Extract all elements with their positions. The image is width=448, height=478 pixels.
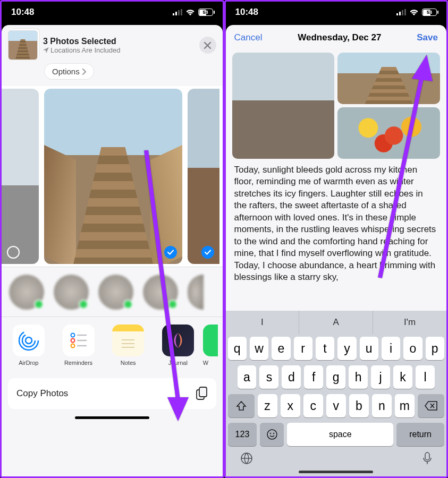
copy-icon xyxy=(196,387,208,400)
key-row-2: asdfghjkl xyxy=(226,363,447,391)
return-key[interactable]: return xyxy=(396,423,444,446)
whatsapp-icon xyxy=(203,325,218,356)
svg-rect-23 xyxy=(404,9,406,15)
key-v[interactable]: v xyxy=(326,394,346,417)
key-i[interactable]: i xyxy=(382,337,400,360)
key-n[interactable]: n xyxy=(372,394,392,417)
key-u[interactable]: u xyxy=(360,337,378,360)
key-w[interactable]: w xyxy=(250,337,268,360)
key-c[interactable]: c xyxy=(303,394,323,417)
share-title: 3 Photos Selected xyxy=(43,37,194,46)
svg-rect-2 xyxy=(178,10,180,15)
key-r[interactable]: r xyxy=(294,337,312,360)
key-q[interactable]: q xyxy=(228,337,247,360)
photo-strip[interactable] xyxy=(2,86,223,267)
key-j[interactable]: j xyxy=(371,365,390,389)
suggestion[interactable]: I'm xyxy=(373,311,446,334)
phone-left: 10:48 53 3 Photos Selected Locations Are… xyxy=(0,0,224,478)
svg-point-7 xyxy=(71,333,74,337)
key-h[interactable]: h xyxy=(349,365,368,389)
key-e[interactable]: e xyxy=(272,337,290,360)
contact-avatar[interactable] xyxy=(54,275,89,310)
entry-date-title: Wednesday, Dec 27 xyxy=(298,32,381,43)
suggestion[interactable]: A xyxy=(299,311,373,334)
app-notes[interactable]: Notes xyxy=(103,325,153,366)
checkmark-icon xyxy=(201,246,214,259)
home-indicator[interactable] xyxy=(299,471,373,473)
cancel-button[interactable]: Cancel xyxy=(234,32,263,43)
options-button[interactable]: Options xyxy=(44,63,94,80)
key-o[interactable]: o xyxy=(403,337,422,360)
share-contacts-row[interactable] xyxy=(2,267,223,317)
clock: 10:48 xyxy=(11,7,34,18)
emoji-key[interactable] xyxy=(260,423,284,446)
key-x[interactable]: x xyxy=(281,394,300,417)
wifi-icon xyxy=(185,9,195,16)
app-reminders[interactable]: Reminders xyxy=(54,325,104,366)
copy-photos-action[interactable]: Copy Photos xyxy=(8,378,216,409)
close-button[interactable] xyxy=(199,37,216,54)
location-icon xyxy=(43,47,49,53)
battery-icon: 53 xyxy=(422,8,437,16)
key-k[interactable]: k xyxy=(393,365,412,389)
contact-avatar[interactable] xyxy=(9,275,44,310)
key-g[interactable]: g xyxy=(326,365,345,389)
wifi-icon xyxy=(409,9,419,16)
share-sheet: 3 Photos Selected Locations Are Included… xyxy=(2,25,223,476)
backspace-icon xyxy=(425,401,437,411)
collage-photo[interactable] xyxy=(337,53,440,104)
photo-thumbnail[interactable] xyxy=(2,89,39,264)
svg-rect-3 xyxy=(181,9,182,15)
status-icons: 53 xyxy=(396,8,437,16)
photo-thumbnail[interactable] xyxy=(188,89,219,264)
suggestion[interactable]: I xyxy=(226,311,300,334)
key-b[interactable]: b xyxy=(349,394,369,417)
save-button[interactable]: Save xyxy=(417,32,438,43)
key-l[interactable]: l xyxy=(416,365,435,389)
key-row-3: zxcvbnm xyxy=(226,391,447,420)
key-s[interactable]: s xyxy=(259,365,278,389)
journal-textarea[interactable]: Today, sunlight bleeds gold across my ki… xyxy=(226,164,447,311)
key-z[interactable]: z xyxy=(258,394,277,417)
contact-avatar[interactable] xyxy=(143,275,178,310)
collage-photo[interactable] xyxy=(232,53,335,159)
journal-icon xyxy=(162,325,194,356)
svg-point-26 xyxy=(273,433,274,434)
photo-thumbnail[interactable] xyxy=(44,89,182,264)
key-f[interactable]: f xyxy=(304,365,323,389)
svg-rect-0 xyxy=(173,13,174,15)
status-icons: 53 xyxy=(173,8,213,16)
space-key[interactable]: space xyxy=(287,423,393,446)
key-y[interactable]: y xyxy=(337,337,356,360)
mic-icon[interactable] xyxy=(422,451,433,465)
checkmark-icon xyxy=(164,246,177,259)
svg-rect-21 xyxy=(399,12,401,15)
key-m[interactable]: m xyxy=(395,394,415,417)
collage-photo[interactable] xyxy=(337,107,440,159)
key-d[interactable]: d xyxy=(282,365,301,389)
key-a[interactable]: a xyxy=(238,365,257,389)
svg-point-5 xyxy=(22,334,35,347)
photo-collage[interactable] xyxy=(232,53,441,159)
chevron-right-icon xyxy=(82,69,86,75)
svg-rect-22 xyxy=(402,10,403,15)
key-t[interactable]: t xyxy=(316,337,334,360)
selection-thumbnail[interactable] xyxy=(8,30,38,60)
shift-key[interactable] xyxy=(228,394,255,417)
svg-point-24 xyxy=(267,430,277,439)
backspace-key[interactable] xyxy=(418,394,444,417)
key-p[interactable]: p xyxy=(426,337,444,360)
globe-icon[interactable] xyxy=(240,451,253,465)
svg-point-8 xyxy=(71,338,74,342)
notes-icon xyxy=(112,325,144,356)
contact-avatar[interactable] xyxy=(98,275,133,310)
key-row-1: qwertyuiop xyxy=(226,334,447,363)
contact-avatar[interactable] xyxy=(188,275,204,310)
app-partial[interactable]: W xyxy=(203,325,221,366)
home-indicator[interactable] xyxy=(75,416,149,419)
svg-rect-28 xyxy=(425,453,429,460)
cellular-icon xyxy=(173,9,182,15)
app-airdrop[interactable]: AirDrop xyxy=(4,325,54,366)
app-journal[interactable]: Journal xyxy=(153,325,203,366)
numbers-key[interactable]: 123 xyxy=(228,423,257,446)
